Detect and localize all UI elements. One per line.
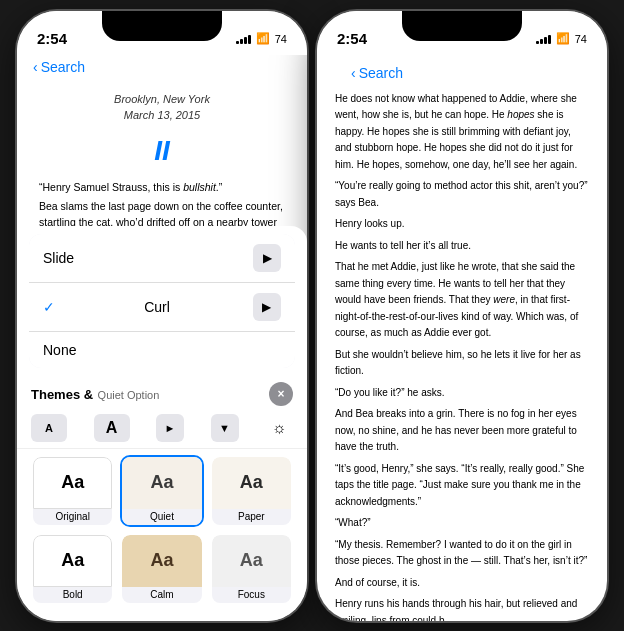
battery-right: 74: [575, 33, 587, 45]
rp13: Henry runs his hands through his hair, b…: [335, 596, 589, 621]
reading-text: He does not know what happened to Addie,…: [335, 91, 589, 621]
theme-quiet-label: Quiet: [122, 509, 201, 525]
theme-paper-label: Paper: [212, 509, 291, 525]
font-size-controls: A A ► ▼ ☼: [17, 408, 307, 449]
right-phone: 2:54 📶 74 ‹ Search: [317, 11, 607, 621]
font-style-button[interactable]: ►: [156, 414, 184, 442]
nav-bar-left: ‹ Search: [17, 55, 307, 81]
status-icons-left: 📶 74: [236, 32, 287, 45]
rp7: “Do you like it?” he asks.: [335, 385, 589, 402]
theme-paper-aa: Aa: [240, 472, 263, 493]
notch-right: [402, 11, 522, 41]
check-icon: ✓: [43, 299, 55, 315]
theme-paper-preview: Aa: [212, 457, 291, 509]
rp1: He does not know what happened to Addie,…: [335, 91, 589, 174]
theme-bold-preview: Aa: [33, 535, 112, 587]
back-button-right[interactable]: ‹ Search: [351, 65, 573, 81]
themes-header: Themes & Quiet Option ×: [17, 376, 307, 408]
rp12: And of course, it is.: [335, 575, 589, 592]
rp2: “You’re really going to method actor thi…: [335, 178, 589, 211]
theme-calm-label: Calm: [122, 587, 201, 603]
curl-icon: ▶: [253, 293, 281, 321]
curl-label: Curl: [144, 299, 170, 315]
themes-grid: Aa Original Aa Quiet Aa Pap: [17, 449, 307, 611]
signal-icon-right: [536, 34, 551, 44]
overlay-panel: Slide ▶ ✓ Curl ▶ None: [17, 226, 307, 621]
book-location: Brooklyn, New York March 13, 2015: [39, 91, 285, 124]
theme-focus-aa: Aa: [240, 550, 263, 571]
battery-left: 74: [275, 33, 287, 45]
brightness-button[interactable]: ☼: [265, 414, 293, 442]
theme-quiet[interactable]: Aa Quiet: [120, 455, 203, 527]
signal-icon: [236, 34, 251, 44]
rp3: Henry looks up.: [335, 216, 589, 233]
quiet-options-label: Quiet Option: [98, 389, 160, 401]
rp11: “My thesis. Remember? I wanted to do it …: [335, 537, 589, 570]
chapter-number: II: [39, 130, 285, 172]
theme-quiet-aa: Aa: [150, 472, 173, 493]
time-left: 2:54: [37, 30, 67, 47]
rp6: But she wouldn’t believe him, so he lets…: [335, 347, 589, 380]
wifi-icon: 📶: [256, 32, 270, 45]
theme-focus-label: Focus: [212, 587, 291, 603]
wifi-icon-right: 📶: [556, 32, 570, 45]
theme-calm-aa: Aa: [150, 550, 173, 571]
rp4: He wants to tell her it’s all true.: [335, 238, 589, 255]
slide-option-none[interactable]: None: [29, 332, 295, 368]
slide-label: Slide: [43, 250, 74, 266]
theme-calm-preview: Aa: [122, 535, 201, 587]
theme-quiet-preview: Aa: [122, 457, 201, 509]
notch: [102, 11, 222, 41]
theme-focus[interactable]: Aa Focus: [210, 533, 293, 605]
none-label: None: [43, 342, 76, 358]
chevron-left-icon: ‹: [33, 59, 38, 75]
theme-original-label: Original: [33, 509, 112, 525]
rp8: And Bea breaks into a grin. There is no …: [335, 406, 589, 456]
theme-original[interactable]: Aa Original: [31, 455, 114, 527]
theme-bold-label: Bold: [33, 587, 112, 603]
nav-bar-right: ‹ Search: [335, 61, 589, 87]
theme-bold-aa: Aa: [61, 550, 84, 571]
left-phone: 2:54 📶 74 ‹ Search: [17, 11, 307, 621]
font-small-button[interactable]: A: [31, 414, 67, 442]
close-button[interactable]: ×: [269, 382, 293, 406]
rp10: “What?”: [335, 515, 589, 532]
theme-paper[interactable]: Aa Paper: [210, 455, 293, 527]
slide-option-curl[interactable]: ✓ Curl ▶: [29, 283, 295, 332]
status-icons-right: 📶 74: [536, 32, 587, 45]
para-1: “Henry Samuel Strauss, this is bullshit.…: [39, 180, 285, 196]
slide-option-slide[interactable]: Slide ▶: [29, 234, 295, 283]
theme-focus-preview: Aa: [212, 535, 291, 587]
rp9: “It’s good, Henry,” she says. “It’s real…: [335, 461, 589, 511]
font-layout-button[interactable]: ▼: [211, 414, 239, 442]
theme-calm[interactable]: Aa Calm: [120, 533, 203, 605]
time-right: 2:54: [337, 30, 367, 47]
rp5: That he met Addie, just like he wrote, t…: [335, 259, 589, 342]
theme-original-aa: Aa: [61, 472, 84, 493]
theme-bold[interactable]: Aa Bold: [31, 533, 114, 605]
font-large-button[interactable]: A: [94, 414, 130, 442]
themes-title: Themes & Quiet Option: [31, 385, 159, 403]
back-button-left[interactable]: ‹ Search: [33, 59, 291, 75]
right-content: ‹ Search He does not know what happened …: [317, 55, 607, 621]
chevron-left-icon-right: ‹: [351, 65, 356, 81]
left-content: ‹ Search Brooklyn, New York March 13, 20…: [17, 55, 307, 321]
slide-options: Slide ▶ ✓ Curl ▶ None: [29, 234, 295, 368]
slide-icon: ▶: [253, 244, 281, 272]
theme-original-preview: Aa: [33, 457, 112, 509]
